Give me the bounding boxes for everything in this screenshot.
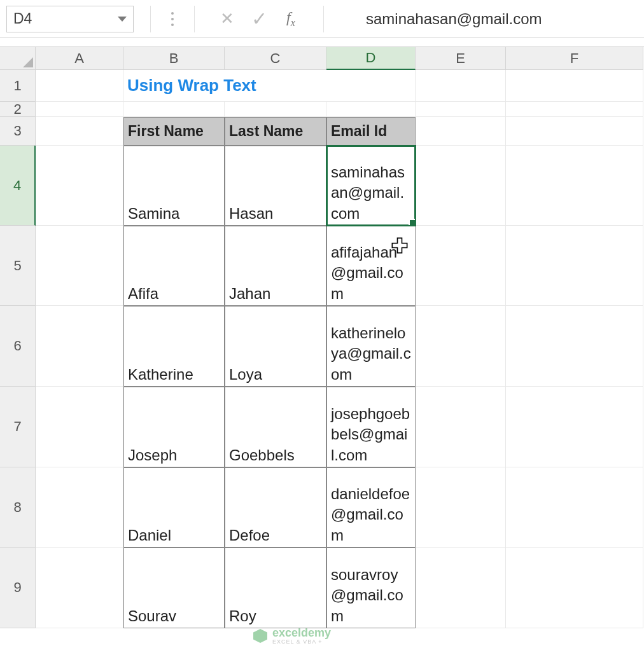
cell-B1-title[interactable]: Using Wrap Text (123, 70, 416, 102)
select-all-corner[interactable] (0, 47, 36, 70)
watermark-brand: exceldemy (272, 627, 331, 638)
cell-E4[interactable] (416, 146, 506, 226)
cancel-button[interactable]: ✕ (211, 9, 243, 29)
row-header-6[interactable]: 6 (0, 306, 36, 387)
cell-C9[interactable]: Roy (225, 548, 326, 628)
cell-A3[interactable] (36, 117, 123, 146)
cell-B4[interactable]: Samina (123, 146, 225, 226)
row-header-9[interactable]: 9 (0, 548, 36, 628)
cell-D9[interactable]: souravroy@gmail.com (326, 548, 416, 628)
row-header-1[interactable]: 1 (0, 70, 36, 102)
cell-E7[interactable] (416, 387, 506, 467)
name-box-dropdown-icon[interactable] (118, 17, 127, 22)
cell-B7[interactable]: Joseph (123, 387, 225, 467)
col-header-F[interactable]: F (506, 47, 643, 70)
cell-C7[interactable]: Goebbels (225, 387, 326, 467)
cell-B8[interactable]: Daniel (123, 467, 225, 548)
cell-C2[interactable] (225, 102, 326, 117)
cell-F5[interactable] (506, 226, 643, 306)
formula-bar: D4 ✕ ✓ fx saminahasan@gmail.com (0, 0, 644, 38)
cell-A6[interactable] (36, 306, 123, 387)
name-box[interactable]: D4 (6, 6, 134, 32)
row-header-3[interactable]: 3 (0, 117, 36, 146)
spreadsheet-grid: A B C D E F 1 Using Wrap Text 2 3 First … (0, 47, 644, 628)
col-header-B[interactable]: B (123, 47, 225, 70)
cell-F6[interactable] (506, 306, 643, 387)
separator (323, 6, 324, 32)
watermark: exceldemy EXCEL & VBA + (253, 627, 331, 645)
cell-B5[interactable]: Afifa (123, 226, 225, 306)
cell-B6[interactable]: Katherine (123, 306, 225, 387)
cell-E6[interactable] (416, 306, 506, 387)
cell-E3[interactable] (416, 117, 506, 146)
row-header-8[interactable]: 8 (0, 467, 36, 548)
cell-E2[interactable] (416, 102, 506, 117)
formula-input[interactable]: saminahasan@gmail.com (340, 6, 638, 32)
name-box-value: D4 (13, 10, 32, 27)
col-header-A[interactable]: A (36, 47, 123, 70)
cell-A2[interactable] (36, 102, 123, 117)
cell-D2[interactable] (326, 102, 416, 117)
row-header-5[interactable]: 5 (0, 226, 36, 306)
cell-E8[interactable] (416, 467, 506, 548)
cell-F3[interactable] (506, 117, 643, 146)
fx-button[interactable]: fx (275, 9, 307, 29)
cell-C4[interactable]: Hasan (225, 146, 326, 226)
cell-D6[interactable]: katherineloya@gmail.com (326, 306, 416, 387)
cell-F2[interactable] (506, 102, 643, 117)
cell-A5[interactable] (36, 226, 123, 306)
row-header-2[interactable]: 2 (0, 102, 36, 117)
cell-B2[interactable] (123, 102, 225, 117)
cell-F8[interactable] (506, 467, 643, 548)
cell-C5[interactable]: Jahan (225, 226, 326, 306)
cell-F4[interactable] (506, 146, 643, 226)
col-header-C[interactable]: C (225, 47, 326, 70)
header-last-name[interactable]: Last Name (225, 117, 326, 146)
more-icon[interactable] (167, 12, 178, 26)
watermark-tagline: EXCEL & VBA + (272, 638, 331, 645)
separator (150, 6, 151, 32)
watermark-logo-icon (253, 629, 267, 643)
row-header-4[interactable]: 4 (0, 146, 36, 226)
cell-C8[interactable]: Defoe (225, 467, 326, 548)
separator (194, 6, 195, 32)
cell-A4[interactable] (36, 146, 123, 226)
cell-A8[interactable] (36, 467, 123, 548)
cell-D5[interactable]: afifajahan@gmail.com (326, 226, 416, 306)
cell-D8[interactable]: danieldefoe@gmail.com (326, 467, 416, 548)
cell-F1[interactable] (506, 70, 643, 102)
accept-button[interactable]: ✓ (243, 8, 275, 30)
cell-A7[interactable] (36, 387, 123, 467)
cell-E9[interactable] (416, 548, 506, 628)
cell-C6[interactable]: Loya (225, 306, 326, 387)
cell-F9[interactable] (506, 548, 643, 628)
col-header-E[interactable]: E (416, 47, 506, 70)
cell-D7[interactable]: josephgoebbels@gmail.com (326, 387, 416, 467)
cell-B9[interactable]: Sourav (123, 548, 225, 628)
row-header-7[interactable]: 7 (0, 387, 36, 467)
cell-A1[interactable] (36, 70, 123, 102)
cell-E5[interactable] (416, 226, 506, 306)
cell-F7[interactable] (506, 387, 643, 467)
cell-D4[interactable]: saminahasan@gmail.com (326, 146, 416, 226)
cell-E1[interactable] (416, 70, 506, 102)
cell-A9[interactable] (36, 548, 123, 628)
header-first-name[interactable]: First Name (123, 117, 225, 146)
header-email[interactable]: Email Id (326, 117, 416, 146)
bar-gap (0, 38, 644, 47)
col-header-D[interactable]: D (326, 47, 416, 70)
